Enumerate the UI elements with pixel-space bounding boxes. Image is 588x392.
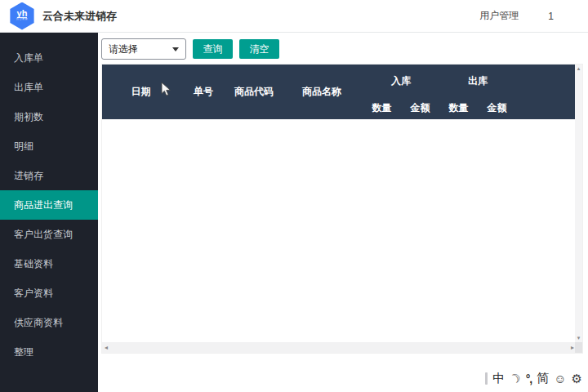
scroll-down-icon[interactable]: ▾ [577, 334, 581, 342]
ime-settings-gear-icon[interactable]: ⚙ [572, 372, 582, 386]
vertical-scrollbar[interactable]: ▴ ▾ [575, 65, 582, 342]
filter-select[interactable]: 请选择 [101, 38, 186, 60]
column-header-outbound-amount[interactable]: 金额 [478, 97, 516, 119]
filter-toolbar: 请选择 查询 清空 [101, 38, 279, 60]
chevron-down-icon [172, 47, 179, 51]
main-content: 请选择 查询 清空 日期 单号 商品代码 商品名称 入库 出库 数量 金额 数量… [98, 33, 588, 392]
grid-header: 日期 单号 商品代码 商品名称 入库 出库 数量 金额 数量 金额 [102, 65, 577, 119]
user-count-badge[interactable]: 1 [548, 11, 554, 22]
sidebar-item-customer-shipment-query[interactable]: 客户出货查询 [0, 220, 98, 249]
column-header-inbound-amount[interactable]: 金额 [401, 97, 439, 119]
sidebar-item-product-inout-query[interactable]: 商品进出查询 [0, 190, 98, 220]
filter-select-value: 请选择 [109, 42, 138, 56]
ime-drag-handle-icon[interactable] [485, 372, 488, 385]
app-root: yh 云合未来 云合未来进销存 用户管理 1 入库单 出库单 期初数 明细 进销… [0, 0, 588, 392]
top-header: yh 云合未来 云合未来进销存 用户管理 1 [0, 0, 588, 33]
sidebar-item-inbound-order[interactable]: 入库单 [0, 43, 98, 73]
scroll-left-icon[interactable]: ◂ [105, 344, 108, 351]
data-grid: 日期 单号 商品代码 商品名称 入库 出库 数量 金额 数量 金额 ▴ ▾ ◂ … [101, 64, 583, 354]
ime-status-bar: 中 ☽ °, 简 ☺ ⚙ [485, 371, 582, 386]
ime-fullwidth-moon-icon[interactable]: ☽ [507, 369, 523, 387]
scroll-up-icon[interactable]: ▴ [577, 65, 581, 73]
sidebar-item-opening-balance[interactable]: 期初数 [0, 102, 98, 131]
sidebar-item-details[interactable]: 明细 [0, 131, 98, 161]
scrollbar-corner [575, 342, 582, 353]
sidebar-item-inventory[interactable]: 进销存 [0, 161, 98, 190]
sidebar-item-basic-data[interactable]: 基础资料 [0, 249, 98, 278]
ime-language-mode[interactable]: 中 [492, 371, 505, 386]
logo-subtext: 云合未来 [16, 18, 28, 20]
column-header-product-code[interactable]: 商品代码 [227, 65, 281, 119]
column-header-filler [516, 65, 577, 119]
query-button[interactable]: 查询 [193, 39, 233, 59]
horizontal-scrollbar[interactable]: ◂ ▸ [102, 342, 577, 353]
ime-emoji-icon[interactable]: ☺ [554, 372, 566, 385]
sidebar-item-organize[interactable]: 整理 [0, 337, 98, 367]
column-header-inbound-qty[interactable]: 数量 [363, 97, 401, 119]
sidebar-item-outbound-order[interactable]: 出库单 [0, 73, 98, 102]
column-group-outbound[interactable]: 出库 [439, 65, 516, 97]
clear-button[interactable]: 清空 [239, 39, 279, 59]
brand: yh 云合未来 云合未来进销存 [0, 2, 117, 30]
column-header-order-no[interactable]: 单号 [180, 65, 227, 119]
ime-charset-simplified[interactable]: 简 [537, 371, 549, 386]
column-header-date[interactable]: 日期 [102, 65, 180, 119]
scroll-right-icon[interactable]: ▸ [571, 344, 574, 351]
ime-punctuation-icon[interactable]: °, [526, 372, 532, 385]
topbar-right: 用户管理 1 [479, 9, 554, 23]
column-header-product-name[interactable]: 商品名称 [281, 65, 363, 119]
app-title: 云合未来进销存 [42, 9, 117, 24]
sidebar-nav: 入库单 出库单 期初数 明细 进销存 商品进出查询 客户出货查询 基础资料 客户… [0, 33, 98, 392]
column-header-outbound-qty[interactable]: 数量 [439, 97, 478, 119]
column-group-inbound[interactable]: 入库 [363, 65, 439, 97]
user-management-link[interactable]: 用户管理 [479, 9, 519, 23]
sidebar-item-supplier-data[interactable]: 供应商资料 [0, 308, 98, 337]
sidebar-item-customer-data[interactable]: 客户资料 [0, 278, 98, 308]
app-logo-hexagon-icon: yh 云合未来 [8, 2, 36, 30]
